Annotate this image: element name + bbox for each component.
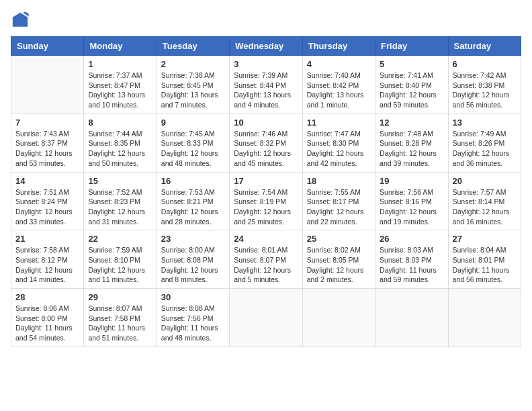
week-row-1: 7Sunrise: 7:43 AM Sunset: 8:37 PM Daylig… (11, 113, 521, 172)
calendar-cell: 3Sunrise: 7:39 AM Sunset: 8:44 PM Daylig… (230, 56, 302, 114)
day-info: Sunrise: 7:37 AM Sunset: 8:47 PM Dayligh… (88, 71, 152, 110)
day-info: Sunrise: 7:54 AM Sunset: 8:19 PM Dayligh… (234, 187, 298, 227)
day-info: Sunrise: 7:57 AM Sunset: 8:14 PM Dayligh… (453, 187, 517, 227)
week-row-4: 28Sunrise: 8:06 AM Sunset: 8:00 PM Dayli… (11, 289, 521, 347)
weekday-header-saturday: Saturday (448, 37, 521, 56)
logo-icon (11, 11, 30, 30)
day-number: 29 (88, 292, 152, 302)
day-number: 10 (234, 118, 298, 128)
calendar-cell: 10Sunrise: 7:46 AM Sunset: 8:32 PM Dayli… (230, 113, 302, 172)
week-row-2: 14Sunrise: 7:51 AM Sunset: 8:24 PM Dayli… (11, 172, 521, 230)
day-number: 30 (161, 292, 225, 302)
day-info: Sunrise: 7:58 AM Sunset: 8:12 PM Dayligh… (15, 245, 79, 285)
day-info: Sunrise: 7:40 AM Sunset: 8:42 PM Dayligh… (307, 71, 371, 110)
calendar-cell: 7Sunrise: 7:43 AM Sunset: 8:37 PM Daylig… (11, 113, 84, 172)
day-number: 3 (234, 59, 298, 69)
logo (11, 11, 32, 30)
calendar-cell: 26Sunrise: 8:03 AM Sunset: 8:03 PM Dayli… (375, 230, 448, 289)
day-number: 7 (15, 118, 79, 128)
day-info: Sunrise: 8:00 AM Sunset: 8:08 PM Dayligh… (161, 245, 225, 285)
day-number: 1 (88, 59, 152, 69)
calendar-cell: 12Sunrise: 7:48 AM Sunset: 8:28 PM Dayli… (375, 113, 448, 172)
calendar-cell: 20Sunrise: 7:57 AM Sunset: 8:14 PM Dayli… (448, 172, 521, 230)
weekday-header-monday: Monday (84, 37, 157, 56)
day-info: Sunrise: 7:41 AM Sunset: 8:40 PM Dayligh… (380, 71, 443, 110)
day-info: Sunrise: 7:48 AM Sunset: 8:28 PM Dayligh… (380, 129, 443, 169)
day-info: Sunrise: 8:04 AM Sunset: 8:01 PM Dayligh… (453, 245, 517, 285)
day-number: 26 (380, 234, 443, 244)
header (11, 11, 521, 30)
day-number: 20 (453, 176, 517, 186)
calendar-cell: 19Sunrise: 7:56 AM Sunset: 8:16 PM Dayli… (375, 172, 448, 230)
day-number: 28 (15, 292, 79, 302)
day-number: 16 (161, 176, 225, 186)
calendar-cell: 23Sunrise: 8:00 AM Sunset: 8:08 PM Dayli… (157, 230, 229, 289)
day-info: Sunrise: 7:39 AM Sunset: 8:44 PM Dayligh… (234, 71, 298, 110)
calendar-cell: 24Sunrise: 8:01 AM Sunset: 8:07 PM Dayli… (230, 230, 302, 289)
day-number: 4 (307, 59, 371, 69)
week-row-0: 1Sunrise: 7:37 AM Sunset: 8:47 PM Daylig… (11, 56, 521, 114)
calendar-cell: 17Sunrise: 7:54 AM Sunset: 8:19 PM Dayli… (230, 172, 302, 230)
day-number: 6 (453, 59, 517, 69)
day-number: 9 (161, 118, 225, 128)
day-number: 14 (15, 176, 79, 186)
day-info: Sunrise: 7:53 AM Sunset: 8:21 PM Dayligh… (161, 187, 225, 227)
day-info: Sunrise: 7:59 AM Sunset: 8:10 PM Dayligh… (88, 245, 152, 285)
day-number: 19 (380, 176, 443, 186)
calendar-cell: 28Sunrise: 8:06 AM Sunset: 8:00 PM Dayli… (11, 289, 84, 347)
day-info: Sunrise: 7:44 AM Sunset: 8:35 PM Dayligh… (88, 129, 152, 169)
calendar-cell: 13Sunrise: 7:49 AM Sunset: 8:26 PM Dayli… (448, 113, 521, 172)
calendar-table: SundayMondayTuesdayWednesdayThursdayFrid… (11, 36, 521, 347)
calendar-cell: 9Sunrise: 7:45 AM Sunset: 8:33 PM Daylig… (157, 113, 229, 172)
day-number: 5 (380, 59, 443, 69)
day-number: 11 (307, 118, 371, 128)
week-row-3: 21Sunrise: 7:58 AM Sunset: 8:12 PM Dayli… (11, 230, 521, 289)
calendar-cell: 14Sunrise: 7:51 AM Sunset: 8:24 PM Dayli… (11, 172, 84, 230)
day-number: 13 (453, 118, 517, 128)
calendar-cell (302, 289, 375, 347)
day-number: 27 (453, 234, 517, 244)
day-info: Sunrise: 7:52 AM Sunset: 8:23 PM Dayligh… (88, 187, 152, 227)
day-info: Sunrise: 8:03 AM Sunset: 8:03 PM Dayligh… (380, 245, 443, 285)
day-number: 24 (234, 234, 298, 244)
day-info: Sunrise: 7:56 AM Sunset: 8:16 PM Dayligh… (380, 187, 443, 227)
day-number: 23 (161, 234, 225, 244)
calendar-cell: 22Sunrise: 7:59 AM Sunset: 8:10 PM Dayli… (84, 230, 157, 289)
calendar-cell: 11Sunrise: 7:47 AM Sunset: 8:30 PM Dayli… (302, 113, 375, 172)
day-info: Sunrise: 7:55 AM Sunset: 8:17 PM Dayligh… (307, 187, 371, 227)
calendar-cell (11, 56, 84, 114)
calendar-cell (375, 289, 448, 347)
calendar-cell: 21Sunrise: 7:58 AM Sunset: 8:12 PM Dayli… (11, 230, 84, 289)
day-number: 22 (88, 234, 152, 244)
day-info: Sunrise: 7:43 AM Sunset: 8:37 PM Dayligh… (15, 129, 79, 169)
calendar-cell: 25Sunrise: 8:02 AM Sunset: 8:05 PM Dayli… (302, 230, 375, 289)
calendar-cell: 18Sunrise: 7:55 AM Sunset: 8:17 PM Dayli… (302, 172, 375, 230)
calendar-cell: 2Sunrise: 7:38 AM Sunset: 8:45 PM Daylig… (157, 56, 229, 114)
calendar-cell (448, 289, 521, 347)
calendar-cell: 30Sunrise: 8:08 AM Sunset: 7:56 PM Dayli… (157, 289, 229, 347)
day-info: Sunrise: 7:51 AM Sunset: 8:24 PM Dayligh… (15, 187, 79, 227)
calendar-cell: 1Sunrise: 7:37 AM Sunset: 8:47 PM Daylig… (84, 56, 157, 114)
svg-marker-0 (13, 13, 28, 27)
day-info: Sunrise: 7:38 AM Sunset: 8:45 PM Dayligh… (161, 71, 225, 110)
day-number: 17 (234, 176, 298, 186)
day-info: Sunrise: 7:42 AM Sunset: 8:38 PM Dayligh… (453, 71, 517, 110)
day-number: 2 (161, 59, 225, 69)
calendar-cell: 6Sunrise: 7:42 AM Sunset: 8:38 PM Daylig… (448, 56, 521, 114)
day-number: 21 (15, 234, 79, 244)
day-number: 18 (307, 176, 371, 186)
day-info: Sunrise: 8:01 AM Sunset: 8:07 PM Dayligh… (234, 245, 298, 285)
day-info: Sunrise: 8:07 AM Sunset: 7:58 PM Dayligh… (88, 304, 152, 343)
day-info: Sunrise: 8:06 AM Sunset: 8:00 PM Dayligh… (15, 304, 79, 343)
weekday-header-thursday: Thursday (302, 37, 375, 56)
day-number: 25 (307, 234, 371, 244)
day-info: Sunrise: 7:46 AM Sunset: 8:32 PM Dayligh… (234, 129, 298, 169)
weekday-header-wednesday: Wednesday (230, 37, 302, 56)
day-number: 8 (88, 118, 152, 128)
calendar-cell: 8Sunrise: 7:44 AM Sunset: 8:35 PM Daylig… (84, 113, 157, 172)
weekday-header-tuesday: Tuesday (157, 37, 229, 56)
weekday-header-row: SundayMondayTuesdayWednesdayThursdayFrid… (11, 37, 521, 56)
calendar-cell: 4Sunrise: 7:40 AM Sunset: 8:42 PM Daylig… (302, 56, 375, 114)
day-number: 15 (88, 176, 152, 186)
weekday-header-sunday: Sunday (11, 37, 84, 56)
